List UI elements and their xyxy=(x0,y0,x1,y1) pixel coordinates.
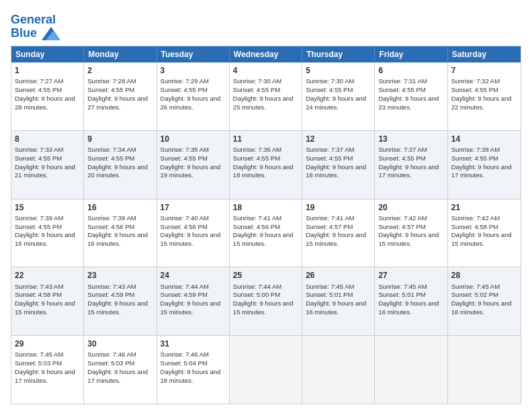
daylight-label: Daylight: 9 hours and 15 minutes. xyxy=(233,231,294,247)
day-number: 12 xyxy=(306,134,371,144)
cal-week-2: 8 Sunrise: 7:33 AM Sunset: 4:55 PM Dayli… xyxy=(11,131,521,199)
sunrise-label: Sunrise: 7:32 AM xyxy=(451,77,500,85)
cal-cell: 30 Sunrise: 7:46 AM Sunset: 5:03 PM Dayl… xyxy=(84,336,157,404)
cal-cell: 24 Sunrise: 7:44 AM Sunset: 4:59 PM Dayl… xyxy=(157,267,230,335)
cal-cell: 4 Sunrise: 7:30 AM Sunset: 4:55 PM Dayli… xyxy=(230,62,302,130)
day-number: 8 xyxy=(15,134,80,144)
sunset-label: Sunset: 4:55 PM xyxy=(306,86,353,93)
daylight-label: Daylight: 9 hours and 21 minutes. xyxy=(15,163,75,179)
daylight-label: Daylight: 9 hours and 16 minutes. xyxy=(378,300,439,316)
sunrise-label: Sunrise: 7:46 AM xyxy=(161,351,209,358)
sunrise-label: Sunrise: 7:42 AM xyxy=(451,214,500,222)
cal-cell: 15 Sunrise: 7:39 AM Sunset: 4:55 PM Dayl… xyxy=(11,199,84,267)
cal-cell: 7 Sunrise: 7:32 AM Sunset: 4:55 PM Dayli… xyxy=(448,62,521,130)
cal-cell: 22 Sunrise: 7:43 AM Sunset: 4:58 PM Dayl… xyxy=(11,267,84,335)
daylight-label: Daylight: 9 hours and 17 minutes. xyxy=(87,368,148,384)
sunset-label: Sunset: 4:56 PM xyxy=(161,223,208,230)
sunrise-label: Sunrise: 7:39 AM xyxy=(15,214,63,222)
sunrise-label: Sunrise: 7:43 AM xyxy=(87,283,136,290)
day-number: 7 xyxy=(451,65,517,76)
sunrise-label: Sunrise: 7:27 AM xyxy=(15,77,63,85)
day-number: 28 xyxy=(451,270,517,281)
sunrise-label: Sunrise: 7:39 AM xyxy=(87,214,136,222)
daylight-label: Daylight: 9 hours and 16 minutes. xyxy=(15,231,75,247)
daylight-label: Daylight: 9 hours and 18 minutes. xyxy=(306,163,366,179)
daylight-label: Daylight: 9 hours and 27 minutes. xyxy=(87,95,148,111)
day-number: 31 xyxy=(161,338,226,349)
sunset-label: Sunset: 4:55 PM xyxy=(15,154,62,162)
sunrise-label: Sunrise: 7:37 AM xyxy=(378,146,427,153)
daylight-label: Daylight: 9 hours and 23 minutes. xyxy=(378,95,439,111)
sunset-label: Sunset: 4:55 PM xyxy=(306,154,353,162)
daylight-label: Daylight: 9 hours and 20 minutes. xyxy=(87,163,148,179)
sunrise-label: Sunrise: 7:41 AM xyxy=(233,214,281,222)
cal-cell: 23 Sunrise: 7:43 AM Sunset: 4:59 PM Dayl… xyxy=(84,267,157,335)
sunrise-label: Sunrise: 7:45 AM xyxy=(378,283,427,290)
sunrise-label: Sunrise: 7:40 AM xyxy=(161,214,209,222)
sunset-label: Sunset: 4:55 PM xyxy=(378,154,425,162)
sunset-label: Sunset: 4:56 PM xyxy=(233,223,280,230)
daylight-label: Daylight: 9 hours and 16 minutes. xyxy=(306,300,366,316)
sunset-label: Sunset: 5:01 PM xyxy=(378,291,425,298)
sunrise-label: Sunrise: 7:36 AM xyxy=(233,146,281,153)
cal-cell xyxy=(302,336,375,404)
day-number: 15 xyxy=(15,202,80,213)
daylight-label: Daylight: 9 hours and 15 minutes. xyxy=(161,300,221,316)
daylight-label: Daylight: 9 hours and 17 minutes. xyxy=(378,163,439,179)
sunset-label: Sunset: 4:55 PM xyxy=(378,86,425,93)
sunset-label: Sunset: 5:01 PM xyxy=(306,291,353,298)
sunset-label: Sunset: 4:55 PM xyxy=(87,86,134,93)
daylight-label: Daylight: 9 hours and 22 minutes. xyxy=(451,95,512,111)
day-number: 3 xyxy=(161,65,226,76)
sunset-label: Sunset: 4:58 PM xyxy=(15,291,62,298)
cal-cell: 12 Sunrise: 7:37 AM Sunset: 4:55 PM Dayl… xyxy=(302,131,375,199)
daylight-label: Daylight: 9 hours and 24 minutes. xyxy=(306,95,366,111)
sunset-label: Sunset: 4:59 PM xyxy=(161,291,208,298)
day-number: 18 xyxy=(233,202,298,213)
cal-cell: 1 Sunrise: 7:27 AM Sunset: 4:55 PM Dayli… xyxy=(11,62,84,130)
cal-week-3: 15 Sunrise: 7:39 AM Sunset: 4:55 PM Dayl… xyxy=(11,199,521,268)
sunrise-label: Sunrise: 7:30 AM xyxy=(233,77,281,85)
day-number: 16 xyxy=(87,202,152,213)
daylight-label: Daylight: 9 hours and 15 minutes. xyxy=(378,231,439,247)
sunrise-label: Sunrise: 7:34 AM xyxy=(87,146,136,153)
sunset-label: Sunset: 4:57 PM xyxy=(378,223,425,230)
cal-cell: 5 Sunrise: 7:30 AM Sunset: 4:55 PM Dayli… xyxy=(302,62,375,130)
day-number: 13 xyxy=(378,134,443,144)
day-number: 20 xyxy=(378,202,443,213)
daylight-label: Daylight: 9 hours and 28 minutes. xyxy=(15,95,75,111)
day-number: 25 xyxy=(233,270,298,281)
day-number: 10 xyxy=(161,134,226,144)
cal-cell xyxy=(375,336,447,404)
cal-header-sunday: Sunday xyxy=(11,46,84,62)
logo-line2: Blue xyxy=(11,27,60,40)
day-number: 21 xyxy=(451,202,517,213)
calendar-header: SundayMondayTuesdayWednesdayThursdayFrid… xyxy=(11,46,521,62)
cal-cell: 20 Sunrise: 7:42 AM Sunset: 4:57 PM Dayl… xyxy=(375,199,447,267)
sunset-label: Sunset: 5:00 PM xyxy=(233,291,280,298)
day-number: 26 xyxy=(306,270,371,281)
day-number: 1 xyxy=(15,65,80,76)
sunrise-label: Sunrise: 7:42 AM xyxy=(378,214,427,222)
cal-cell: 6 Sunrise: 7:31 AM Sunset: 4:55 PM Dayli… xyxy=(375,62,447,130)
cal-cell: 8 Sunrise: 7:33 AM Sunset: 4:55 PM Dayli… xyxy=(11,131,84,199)
sunrise-label: Sunrise: 7:37 AM xyxy=(306,146,354,153)
sunset-label: Sunset: 4:55 PM xyxy=(87,154,134,162)
cal-cell: 10 Sunrise: 7:35 AM Sunset: 4:55 PM Dayl… xyxy=(157,131,230,199)
sunset-label: Sunset: 4:55 PM xyxy=(15,223,62,230)
cal-cell xyxy=(448,336,521,404)
cal-header-friday: Friday xyxy=(375,46,447,62)
day-number: 23 xyxy=(87,270,152,281)
daylight-label: Daylight: 9 hours and 15 minutes. xyxy=(306,231,366,247)
sunrise-label: Sunrise: 7:33 AM xyxy=(15,146,63,153)
cal-header-tuesday: Tuesday xyxy=(157,46,230,62)
cal-cell: 21 Sunrise: 7:42 AM Sunset: 4:58 PM Dayl… xyxy=(448,199,521,267)
daylight-label: Daylight: 9 hours and 16 minutes. xyxy=(451,300,512,316)
sunrise-label: Sunrise: 7:30 AM xyxy=(306,77,354,85)
sunset-label: Sunset: 4:55 PM xyxy=(233,154,280,162)
daylight-label: Daylight: 9 hours and 17 minutes. xyxy=(451,163,512,179)
day-number: 27 xyxy=(378,270,443,281)
calendar-body: 1 Sunrise: 7:27 AM Sunset: 4:55 PM Dayli… xyxy=(11,62,521,404)
calendar: SundayMondayTuesdayWednesdayThursdayFrid… xyxy=(11,46,521,404)
daylight-label: Daylight: 9 hours and 16 minutes. xyxy=(87,231,148,247)
